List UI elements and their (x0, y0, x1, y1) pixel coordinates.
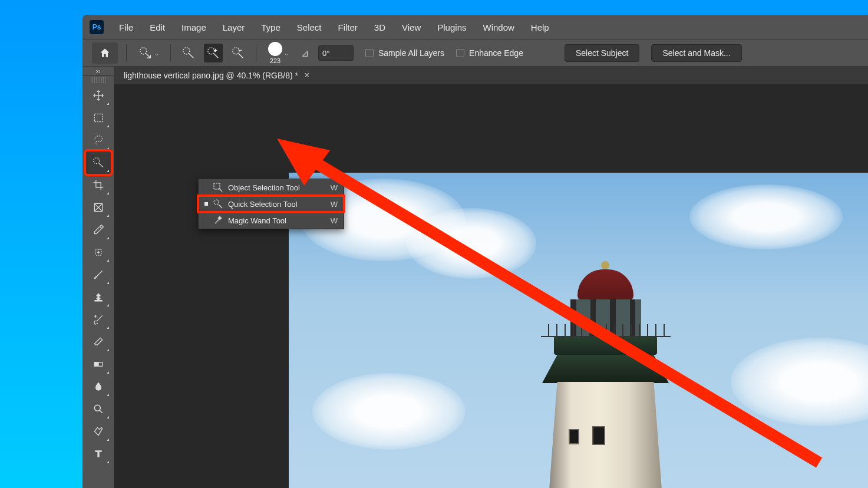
blur-tool[interactable] (86, 375, 111, 398)
document-tab-bar: lighthouse vertical pano.jpg @ 40.1% (RG… (114, 67, 868, 84)
clone-stamp-tool[interactable] (86, 286, 111, 308)
tool-flyout-menu: Object Selection Tool W Quick Selection … (198, 179, 344, 229)
menu-bar: Ps File Edit Image Layer Type Select Fil… (82, 15, 868, 39)
svg-point-5 (93, 158, 99, 164)
enhance-edge-checkbox[interactable]: Enhance Edge (456, 48, 523, 58)
svg-point-1 (183, 48, 190, 54)
expand-panels-button[interactable]: ›› (82, 67, 114, 76)
options-bar: ⌵ 223 ⌵ ⊿ 0° Sample All Layers Enhance (82, 39, 868, 67)
flyout-object-selection[interactable]: Object Selection Tool W (199, 179, 344, 196)
home-button[interactable] (92, 42, 118, 64)
brush-picker[interactable]: 223 ⌵ (265, 42, 292, 64)
menu-filter[interactable]: Filter (331, 20, 365, 35)
svg-point-3 (233, 48, 239, 54)
svg-rect-10 (94, 362, 98, 367)
object-selection-icon (213, 182, 223, 193)
enhance-edge-label: Enhance Edge (469, 48, 523, 58)
pen-tool[interactable] (86, 420, 111, 443)
angle-icon: ⊿ (301, 48, 309, 59)
dodge-tool[interactable] (86, 398, 111, 420)
brush-size-label: 223 (270, 57, 280, 64)
angle-input[interactable]: 0° (318, 45, 354, 61)
brush-preview-icon (268, 42, 282, 56)
magic-wand-icon (213, 215, 223, 226)
menu-image[interactable]: Image (174, 20, 213, 35)
subtract-selection-button[interactable] (229, 44, 247, 62)
eyedropper-tool[interactable] (86, 219, 111, 241)
chevron-down-icon: ⌵ (285, 50, 288, 57)
svg-rect-8 (94, 300, 102, 302)
svg-point-11 (94, 405, 100, 411)
tool-preset-dropdown[interactable]: ⌵ (135, 46, 162, 60)
flyout-shortcut: W (331, 183, 338, 192)
svg-rect-4 (94, 114, 102, 121)
panel-grip[interactable] (91, 77, 105, 83)
close-tab-icon[interactable]: × (304, 70, 309, 81)
history-brush-tool[interactable] (86, 308, 111, 331)
add-selection-button[interactable] (204, 44, 223, 62)
flyout-shortcut: W (331, 216, 338, 225)
menu-layer[interactable]: Layer (216, 20, 252, 35)
checkbox-icon (365, 49, 374, 57)
brush-tool[interactable] (86, 263, 111, 286)
lasso-tool[interactable] (86, 129, 111, 151)
crop-tool[interactable] (86, 174, 111, 196)
select-and-mask-button[interactable]: Select and Mask... (651, 44, 741, 62)
tools-panel: ›› (82, 67, 114, 488)
flyout-label: Quick Selection Tool (228, 200, 326, 209)
menu-3d[interactable]: 3D (367, 20, 392, 35)
quick-selection-icon (213, 199, 223, 209)
type-tool[interactable] (86, 443, 111, 465)
menu-edit[interactable]: Edit (143, 20, 172, 35)
svg-point-13 (214, 200, 219, 205)
new-selection-button[interactable] (179, 44, 198, 62)
canvas[interactable] (114, 84, 868, 488)
move-tool[interactable] (86, 84, 111, 107)
checkbox-icon (456, 49, 464, 57)
document-title: lighthouse vertical pano.jpg @ 40.1% (RG… (124, 71, 298, 80)
svg-point-2 (208, 48, 214, 54)
menu-plugins[interactable]: Plugins (430, 20, 473, 35)
active-indicator (204, 202, 208, 206)
select-subject-button[interactable]: Select Subject (565, 44, 640, 62)
flyout-label: Magic Wand Tool (228, 216, 326, 225)
menu-type[interactable]: Type (254, 20, 288, 35)
active-indicator (204, 186, 208, 189)
menu-select[interactable]: Select (290, 20, 329, 35)
flyout-magic-wand[interactable]: Magic Wand Tool W (199, 212, 344, 229)
flyout-quick-selection[interactable]: Quick Selection Tool W (199, 196, 344, 212)
quick-selection-icon (138, 46, 153, 60)
menu-file[interactable]: File (112, 20, 140, 35)
svg-point-0 (140, 48, 147, 54)
document-tab[interactable]: lighthouse vertical pano.jpg @ 40.1% (RG… (124, 70, 309, 81)
photoshop-window: Ps File Edit Image Layer Type Select Fil… (82, 15, 868, 488)
menu-window[interactable]: Window (476, 20, 521, 35)
quick-selection-tool[interactable] (86, 151, 111, 174)
workspace: lighthouse vertical pano.jpg @ 40.1% (RG… (114, 67, 868, 488)
flyout-label: Object Selection Tool (228, 183, 326, 192)
healing-brush-tool[interactable] (86, 241, 111, 263)
document-image (289, 173, 868, 488)
eraser-tool[interactable] (86, 331, 111, 353)
app-logo: Ps (90, 20, 104, 34)
sample-all-layers-checkbox[interactable]: Sample All Layers (365, 48, 444, 58)
active-indicator (204, 219, 208, 222)
menu-help[interactable]: Help (524, 20, 556, 35)
chevron-down-icon: ⌵ (155, 50, 159, 57)
marquee-tool[interactable] (86, 107, 111, 129)
sample-all-label: Sample All Layers (378, 48, 444, 58)
frame-tool[interactable] (86, 196, 111, 219)
flyout-shortcut: W (331, 200, 338, 209)
menu-view[interactable]: View (395, 20, 428, 35)
gradient-tool[interactable] (86, 353, 111, 375)
